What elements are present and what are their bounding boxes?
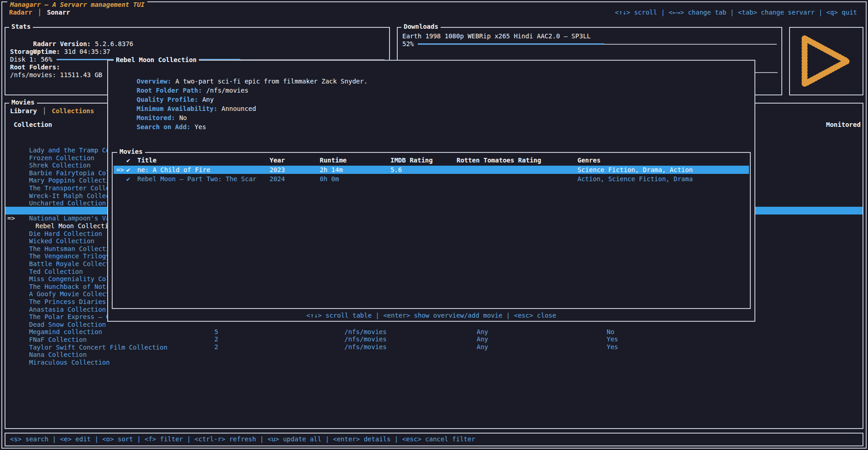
movie-row[interactable]: => ✔ ne: A Child of Fire 2023 2h 14m 5.6… xyxy=(114,166,749,174)
detail-line-quality-profile: Quality Profile:Any xyxy=(114,87,749,95)
collection-quality-profile: Any xyxy=(477,335,488,343)
collection-details-popup: Rebel Moon Collection Overview:A two-par… xyxy=(107,60,755,322)
disk-usage-label: Disk 1: 56% xyxy=(10,56,52,63)
collection-root-folder: /nfs/movies xyxy=(344,335,387,343)
collection-name: Miraculous Collection xyxy=(29,359,110,366)
collection-movie-count: 2 xyxy=(214,335,218,343)
movie-genres: Action, Science Fiction, Drama xyxy=(577,175,693,183)
genres-column-header: Genres xyxy=(577,157,601,164)
collection-quality-profile: Any xyxy=(477,328,488,336)
imdb-rating-column-header: IMDB Rating xyxy=(390,157,433,164)
title-column-header: Title xyxy=(137,157,156,164)
version-line: Radarr Version:5.2.6.8376 xyxy=(10,32,385,40)
collection-name: Nana Collection xyxy=(29,351,87,359)
movie-title: ne: A Child of Fire xyxy=(137,166,210,174)
storage-label: Storage: xyxy=(10,48,385,56)
collection-row[interactable]: Miraculous Collection 2 /nfs/movies Any … xyxy=(5,343,863,351)
collection-monitored: Yes xyxy=(607,335,618,343)
download-percent: 52% xyxy=(402,40,414,48)
gauge-fill xyxy=(418,43,604,45)
checkmark-icon: ✔ xyxy=(126,175,130,183)
detail-line-minimum-availability: Minimum Availability:Announced xyxy=(114,96,749,105)
movie-year: 2024 xyxy=(270,175,285,183)
bottom-keybinds: <s> search | <e> edit | <o> sort | <f> f… xyxy=(10,435,475,443)
servarr-tabs: Radarr │ Sonarr xyxy=(9,9,70,16)
collection-row[interactable]: Nana Collection 2 /nfs/movies Any Yes xyxy=(5,335,863,343)
tab-separator: │ xyxy=(38,9,42,16)
download-progress-line: 52% xyxy=(402,40,777,48)
rotten-tomatoes-column-header: Rotten Tomatoes Rating xyxy=(457,157,541,164)
movies-table-header: ✔ Title Year Runtime IMDB Rating Rotten … xyxy=(114,157,749,165)
top-keybinds: <↑↓> scroll | <←→> change tab | <tab> ch… xyxy=(615,9,857,16)
collection-movie-count: 5 xyxy=(214,328,218,336)
collection-row[interactable]: Taylor Swift Concert Film Collection 5 /… xyxy=(5,328,863,336)
play-logo-icon xyxy=(799,34,854,88)
detail-line-overview: Overview:A two-part sci-fi epic from fil… xyxy=(114,69,749,77)
download-progress-gauge xyxy=(418,43,777,45)
movie-title: Rebel Moon – Part Two: The Scar xyxy=(137,175,256,183)
movie-year: 2023 xyxy=(270,166,285,174)
popup-title: Rebel Moon Collection xyxy=(114,56,199,63)
managarr-screen: Managarr – A Servarr management TUI Rada… xyxy=(0,0,868,450)
logo-panel xyxy=(789,27,863,95)
detail-value: Yes xyxy=(195,123,206,131)
runtime-column-header: Runtime xyxy=(320,157,347,164)
detail-label: Search on Add: xyxy=(137,123,191,131)
download-item-title: Earth 1998 1080p WEBRip x265 Hindi AAC2.… xyxy=(402,32,777,40)
tab-sonarr[interactable]: Sonarr xyxy=(47,9,70,16)
collection-movie-count: 2 xyxy=(214,343,218,351)
year-column-header: Year xyxy=(270,157,285,164)
detail-line-search-on-add: Search on Add:Yes xyxy=(114,115,749,123)
movie-genres: Science Fiction, Drama, Action xyxy=(577,166,693,174)
detail-line-monitored: Monitored:No xyxy=(114,105,749,114)
popup-movies-table: Movies ✔ Title Year Runtime IMDB Rating … xyxy=(112,152,751,309)
collection-quality-profile: Any xyxy=(477,343,488,351)
app-title: Managarr – A Servarr management TUI xyxy=(7,1,147,8)
detail-line-root-folder: Root Folder Path:/nfs/movies xyxy=(114,78,749,86)
uptime-line: Uptime:31d 04:35:37 xyxy=(10,40,385,48)
popup-movies-title: Movies xyxy=(117,148,145,155)
collection-root-folder: /nfs/movies xyxy=(344,328,387,336)
popup-help: <↑↓> scroll table | <enter> show overvie… xyxy=(108,312,754,319)
selection-marker: => xyxy=(116,166,124,174)
collection-root-folder: /nfs/movies xyxy=(344,343,387,351)
checkmark-icon: ✔ xyxy=(126,166,130,174)
movie-runtime: 0h 0m xyxy=(320,175,339,183)
collection-monitored: Yes xyxy=(607,343,618,351)
gauge-track xyxy=(604,44,777,45)
collection-monitored: No xyxy=(607,328,614,336)
check-column-header: ✔ xyxy=(126,157,130,164)
tab-radarr[interactable]: Radarr xyxy=(9,9,32,16)
movie-imdb-rating: 5.6 xyxy=(390,166,402,174)
movie-runtime: 2h 14m xyxy=(320,166,343,174)
downloads-panel-title: Downloads xyxy=(401,23,441,30)
movie-row[interactable]: ✔ Rebel Moon – Part Two: The Scar 2024 0… xyxy=(114,175,749,183)
stats-panel-title: Stats xyxy=(9,23,33,30)
footer-keybinds-bar: <s> search | <e> edit | <o> sort | <f> f… xyxy=(5,433,863,446)
